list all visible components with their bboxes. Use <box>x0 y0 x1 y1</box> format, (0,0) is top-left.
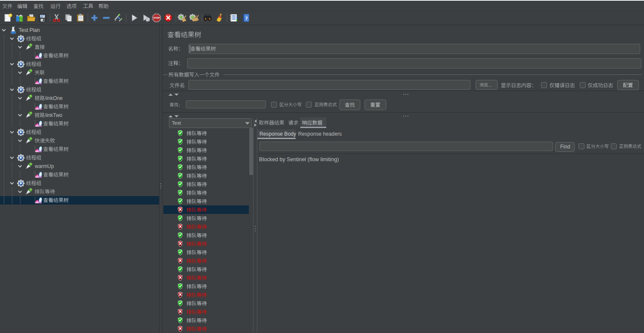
svg-text:?: ? <box>245 15 248 21</box>
svg-text:STOP: STOP <box>153 17 160 19</box>
